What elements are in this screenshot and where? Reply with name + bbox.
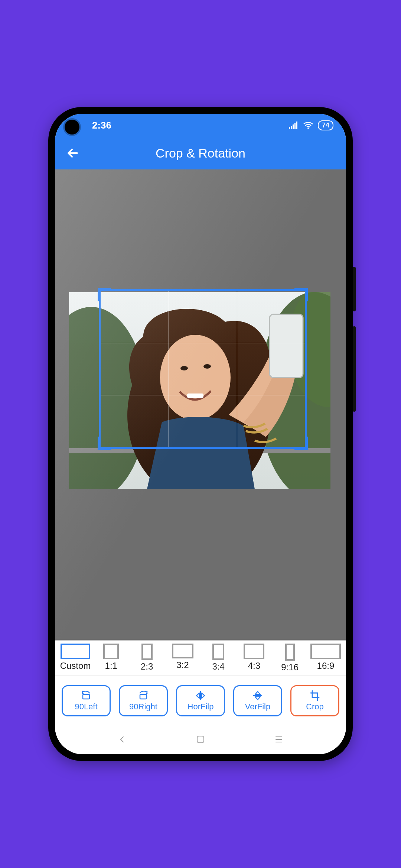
aspect-ratio-label: 3:4: [212, 661, 224, 672]
crop-grid-line: [101, 343, 305, 343]
aspect-ratio-option[interactable]: 4:3: [237, 644, 271, 673]
svg-rect-0: [289, 127, 290, 129]
action-buttons: 90Left 90Right HorFilp VerFilp Crop: [55, 676, 346, 725]
action-label: VerFilp: [245, 702, 270, 712]
back-button[interactable]: [64, 144, 82, 162]
crop-handle-tl[interactable]: [98, 288, 111, 301]
rotate-left-icon: [81, 690, 92, 701]
status-icons: 74: [289, 120, 333, 130]
aspect-ratio-option[interactable]: 1:1: [94, 644, 128, 673]
screen: 2:36 74 Crop & Rotation: [55, 114, 346, 754]
crop-handle-bl[interactable]: [98, 437, 111, 450]
svg-rect-3: [294, 123, 296, 129]
aspect-ratio-strip: Custom1:12:33:23:44:39:1616:9: [55, 640, 346, 676]
svg-point-5: [307, 127, 309, 129]
editor-canvas[interactable]: [55, 169, 346, 640]
status-bar: 2:36 74: [55, 114, 346, 137]
crop-handle-tr[interactable]: [294, 288, 308, 301]
action-label: 90Right: [129, 702, 157, 712]
flip-horizontal-icon: [195, 690, 206, 701]
svg-rect-2: [293, 124, 294, 129]
aspect-ratio-preview: [244, 644, 264, 659]
crop-handle-br[interactable]: [294, 437, 308, 450]
crop-frame[interactable]: [99, 289, 307, 449]
crop-button[interactable]: Crop: [290, 685, 339, 716]
crop-grid-line: [237, 291, 237, 447]
aspect-ratio-option[interactable]: 16:9: [308, 644, 343, 673]
nav-back-icon: [118, 735, 127, 744]
status-time: 2:36: [92, 120, 289, 131]
nav-home[interactable]: [189, 735, 212, 744]
aspect-ratio-preview: [61, 644, 90, 659]
arrow-left-icon: [65, 146, 80, 161]
crop-icon: [309, 690, 320, 701]
aspect-ratio-preview: [172, 644, 193, 658]
rotate-right-icon: [138, 690, 149, 701]
aspect-ratio-preview: [310, 644, 341, 659]
app-bar: Crop & Rotation: [55, 137, 346, 169]
wifi-icon: [303, 122, 313, 129]
aspect-ratio-option[interactable]: 2:3: [130, 644, 164, 673]
horizontal-flip-button[interactable]: HorFilp: [176, 685, 225, 716]
aspect-ratio-label: 4:3: [248, 661, 260, 671]
rotate-left-button[interactable]: 90Left: [62, 685, 111, 716]
aspect-ratio-option[interactable]: Custom: [58, 644, 93, 673]
battery-level: 74: [318, 120, 333, 130]
aspect-ratio-preview: [212, 644, 224, 660]
page-title: Crop & Rotation: [55, 146, 346, 161]
svg-rect-4: [296, 122, 297, 129]
svg-rect-16: [83, 694, 89, 699]
aspect-ratio-option[interactable]: 9:16: [273, 644, 307, 673]
aspect-ratio-label: 16:9: [317, 661, 335, 671]
aspect-ratio-label: Custom: [60, 661, 91, 671]
svg-rect-17: [140, 694, 147, 699]
flip-vertical-icon: [252, 690, 263, 701]
aspect-ratio-preview: [285, 644, 295, 661]
nav-back[interactable]: [111, 735, 133, 744]
svg-rect-20: [197, 736, 204, 743]
nav-recent[interactable]: [268, 735, 290, 744]
action-label: 90Left: [75, 702, 97, 712]
aspect-ratio-label: 3:2: [176, 660, 189, 670]
aspect-ratio-label: 1:1: [105, 661, 117, 671]
action-label: HorFilp: [188, 702, 214, 712]
rotate-right-button[interactable]: 90Right: [119, 685, 168, 716]
phone-frame: 2:36 74 Crop & Rotation: [48, 107, 353, 761]
nav-recent-icon: [274, 735, 284, 744]
aspect-ratio-option[interactable]: 3:2: [165, 644, 200, 673]
system-nav-bar: [55, 725, 346, 754]
crop-grid-line: [101, 395, 305, 395]
vertical-flip-button[interactable]: VerFilp: [233, 685, 282, 716]
aspect-ratio-label: 2:3: [141, 661, 153, 672]
cell-signal-icon: [289, 122, 299, 129]
aspect-ratio-label: 9:16: [281, 662, 299, 673]
photo-container: [69, 292, 330, 489]
aspect-ratio-preview: [141, 644, 153, 660]
nav-home-icon: [196, 735, 205, 744]
action-label: Crop: [306, 702, 324, 712]
aspect-ratio-preview: [103, 644, 119, 659]
aspect-ratio-option[interactable]: 3:4: [201, 644, 236, 673]
camera-hole: [65, 120, 79, 135]
crop-grid-line: [169, 291, 169, 447]
svg-rect-1: [291, 126, 292, 129]
